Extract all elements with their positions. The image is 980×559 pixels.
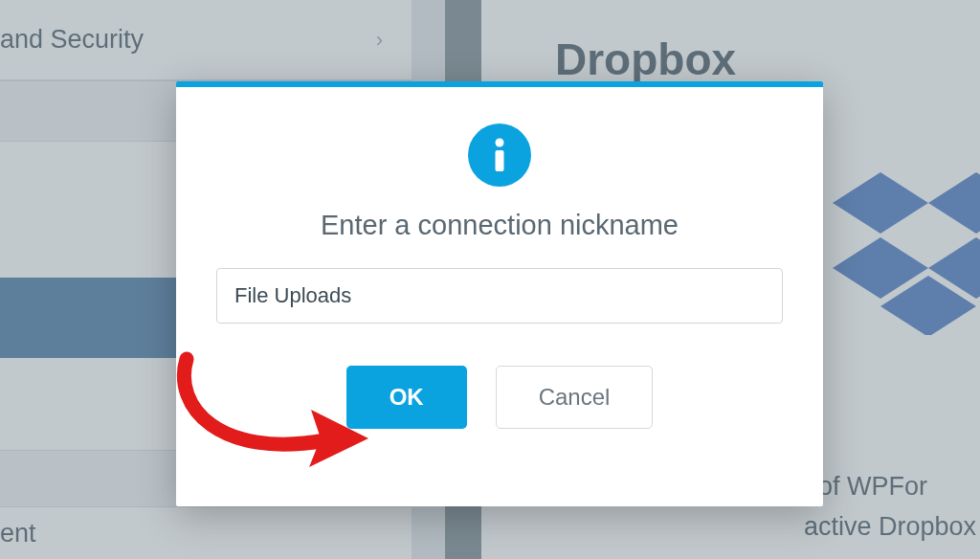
app-background: and Security › ent Dropbox t of WPFor ac… <box>0 0 980 559</box>
dialog-button-row: OK Cancel <box>176 366 823 429</box>
cancel-button[interactable]: Cancel <box>496 366 654 429</box>
info-icon <box>468 123 531 187</box>
connection-nickname-input[interactable] <box>216 268 783 324</box>
svg-point-5 <box>496 139 504 147</box>
svg-rect-6 <box>496 150 504 171</box>
dialog-heading: Enter a connection nickname <box>176 210 823 241</box>
ok-button[interactable]: OK <box>346 366 467 429</box>
connection-nickname-dialog: Enter a connection nickname OK Cancel <box>176 81 823 506</box>
